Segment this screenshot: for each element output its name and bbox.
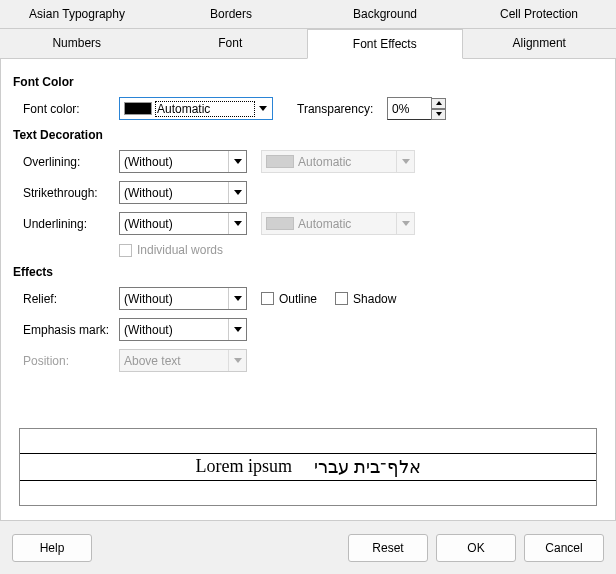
font-color-value: Automatic [156, 102, 254, 116]
chevron-down-icon [228, 350, 246, 371]
preview-area: Lorem ipsum אלף־בית עברי [19, 428, 597, 506]
preview-latin: Lorem ipsum [196, 456, 293, 478]
chevron-down-icon [396, 151, 414, 172]
tab-content: Font Color Font color: Automatic Transpa… [0, 59, 616, 521]
checkbox-icon [335, 292, 348, 305]
ok-button[interactable]: OK [436, 534, 516, 562]
relief-combo[interactable]: (Without) [119, 287, 247, 310]
svg-marker-8 [234, 296, 242, 301]
overlining-color-combo: Automatic [261, 150, 415, 173]
tab-asian-typography[interactable]: Asian Typography [0, 0, 154, 29]
tab-font[interactable]: Font [154, 29, 308, 59]
preview-hebrew: אלף־בית עברי [314, 456, 421, 478]
position-label: Position: [23, 354, 119, 368]
underlining-color-combo: Automatic [261, 212, 415, 235]
underlining-label: Underlining: [23, 217, 119, 231]
font-color-combo[interactable]: Automatic [119, 97, 273, 120]
svg-marker-3 [234, 159, 242, 164]
reset-button[interactable]: Reset [348, 534, 428, 562]
chevron-down-icon [228, 213, 246, 234]
overlining-combo[interactable]: (Without) [119, 150, 247, 173]
tab-background[interactable]: Background [308, 0, 462, 29]
color-swatch-icon [266, 155, 294, 168]
chevron-down-icon [228, 319, 246, 340]
color-swatch-icon [266, 217, 294, 230]
checkbox-icon [261, 292, 274, 305]
strike-combo[interactable]: (Without) [119, 181, 247, 204]
section-text-decoration: Text Decoration [13, 128, 603, 142]
chevron-down-icon [228, 151, 246, 172]
chevron-down-icon [396, 213, 414, 234]
svg-marker-5 [234, 190, 242, 195]
svg-marker-2 [436, 112, 442, 116]
individual-words-checkbox: Individual words [119, 243, 223, 257]
chevron-down-icon [228, 288, 246, 309]
section-effects: Effects [13, 265, 603, 279]
cancel-button[interactable]: Cancel [524, 534, 604, 562]
tab-numbers[interactable]: Numbers [0, 29, 154, 59]
relief-label: Relief: [23, 292, 119, 306]
emphasis-combo[interactable]: (Without) [119, 318, 247, 341]
tabs-row-2: Numbers Font Font Effects Alignment [0, 29, 616, 59]
svg-marker-7 [402, 221, 410, 226]
tab-font-effects[interactable]: Font Effects [307, 29, 463, 59]
spin-down-icon[interactable] [431, 109, 446, 120]
shadow-checkbox[interactable]: Shadow [335, 292, 396, 306]
font-color-label: Font color: [23, 102, 119, 116]
character-dialog: Asian Typography Borders Background Cell… [0, 0, 616, 574]
transparency-label: Transparency: [297, 102, 393, 116]
outline-checkbox[interactable]: Outline [261, 292, 317, 306]
spin-up-icon[interactable] [431, 98, 446, 109]
strike-label: Strikethrough: [23, 186, 119, 200]
section-font-color: Font Color [13, 75, 603, 89]
svg-marker-0 [259, 106, 267, 111]
svg-marker-4 [402, 159, 410, 164]
transparency-input[interactable] [387, 97, 432, 120]
tabs-row-1: Asian Typography Borders Background Cell… [0, 0, 616, 29]
overlining-label: Overlining: [23, 155, 119, 169]
color-swatch-icon [124, 102, 152, 115]
position-combo: Above text [119, 349, 247, 372]
dialog-footer: Help Reset OK Cancel [12, 534, 604, 562]
chevron-down-icon [254, 98, 272, 119]
transparency-spin[interactable] [387, 97, 446, 120]
svg-marker-9 [234, 327, 242, 332]
emphasis-label: Emphasis mark: [23, 323, 119, 337]
tab-cell-protection[interactable]: Cell Protection [462, 0, 616, 29]
svg-marker-6 [234, 221, 242, 226]
chevron-down-icon [228, 182, 246, 203]
tab-borders[interactable]: Borders [154, 0, 308, 29]
checkbox-icon [119, 244, 132, 257]
tab-alignment[interactable]: Alignment [463, 29, 617, 59]
underlining-combo[interactable]: (Without) [119, 212, 247, 235]
help-button[interactable]: Help [12, 534, 92, 562]
svg-marker-1 [436, 101, 442, 105]
svg-marker-10 [234, 358, 242, 363]
